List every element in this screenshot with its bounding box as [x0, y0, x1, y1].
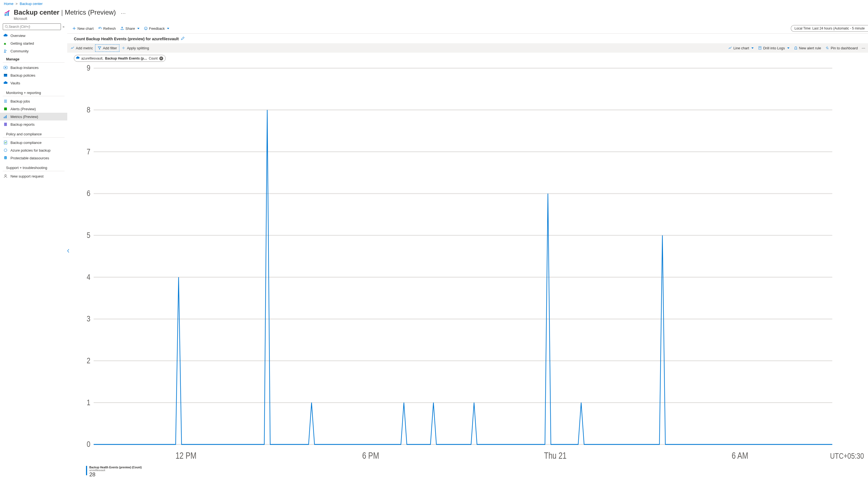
svg-text:8: 8 — [87, 105, 90, 114]
breadcrumb: Home > Backup center — [0, 0, 868, 7]
filter-icon — [98, 46, 101, 50]
svg-rect-19 — [4, 123, 7, 126]
new-chart-button[interactable]: New chart — [70, 25, 96, 32]
sidebar-item-label: Alerts (Preview) — [10, 107, 36, 111]
cloud-icon — [3, 33, 8, 38]
chart-legend: Backup Health Events (preview) (Count) a… — [74, 465, 865, 478]
sidebar-item-label: Overview — [10, 34, 25, 38]
page-title: Backup center | Metrics (Preview) — [14, 8, 116, 16]
metrics-icon — [3, 114, 8, 119]
bell-icon — [794, 46, 798, 50]
svg-text:3: 3 — [87, 314, 90, 323]
new-alert-rule-button[interactable]: New alert rule — [792, 44, 823, 52]
sidebar-item-label: Getting started — [10, 41, 34, 46]
sidebar-item-metrics[interactable]: Metrics (Preview) — [0, 113, 67, 120]
svg-point-4 — [5, 25, 7, 28]
sidebar-item-community[interactable]: Community — [0, 47, 67, 55]
svg-rect-0 — [5, 14, 5, 16]
sidebar-item-protectable[interactable]: Protectable datasources — [0, 154, 67, 162]
svg-point-26 — [145, 27, 148, 30]
sidebar-item-label: Metrics (Preview) — [10, 115, 38, 119]
datasource-icon — [3, 156, 8, 160]
sidebar-item-support-request[interactable]: New support request — [0, 172, 67, 180]
svg-text:0: 0 — [87, 440, 90, 449]
instance-icon — [3, 65, 8, 70]
remove-metric-button[interactable]: ✕ — [159, 57, 163, 60]
collapse-sidebar-button[interactable]: « — [63, 25, 64, 29]
metrics-chart[interactable]: 012345678912 PM6 PMThu 216 AMUTC+05:30 — [74, 64, 865, 465]
svg-text:6: 6 — [87, 188, 90, 198]
page-header: Backup center | Metrics (Preview) Micros… — [0, 7, 868, 24]
time-range-selector[interactable]: Local Time: Last 24 hours (Automatic - 5… — [791, 25, 868, 32]
sidebar-item-azure-policies[interactable]: Azure policies for backup — [0, 146, 67, 154]
svg-text:2: 2 — [87, 356, 90, 365]
policy-icon — [3, 148, 8, 152]
legend-metric-name: Backup Health Events (preview) (Count) — [89, 466, 142, 469]
sidebar-item-backup-instances[interactable]: Backup instances — [0, 64, 67, 71]
header-more-button[interactable]: ⋯ — [121, 8, 126, 16]
search-icon — [5, 25, 8, 29]
sidebar-group-support: Support + troubleshooting — [3, 163, 64, 171]
breadcrumb-home[interactable]: Home — [4, 2, 13, 6]
plus-icon — [72, 27, 76, 30]
chart-toolbar: Add metric Add filter Apply splitting Li… — [67, 43, 868, 53]
sidebar-item-backup-compliance[interactable]: Backup compliance — [0, 139, 67, 146]
sidebar-group-monitoring: Monitoring + reporting — [3, 88, 64, 96]
svg-point-3 — [8, 10, 9, 11]
svg-point-6 — [4, 50, 5, 51]
sidebar-item-vaults[interactable]: Vaults — [0, 79, 67, 87]
apply-splitting-button[interactable]: Apply splitting — [119, 44, 151, 52]
refresh-button[interactable]: Refresh — [96, 25, 118, 32]
pin-icon — [826, 46, 829, 50]
refresh-icon — [98, 27, 102, 30]
chart-more-button[interactable]: ⋯ — [860, 44, 867, 52]
pin-dashboard-button[interactable]: Pin to dashboard — [823, 44, 860, 52]
svg-point-9 — [5, 67, 6, 68]
toolbar-top: New chart Refresh Share Feedback Local T… — [67, 24, 868, 34]
edit-title-button[interactable] — [181, 36, 185, 41]
svg-point-23 — [5, 175, 6, 176]
logs-icon — [758, 46, 762, 50]
svg-line-5 — [7, 27, 8, 28]
add-metric-button[interactable]: Add metric — [68, 44, 95, 52]
share-button[interactable]: Share — [118, 25, 142, 32]
rocket-icon — [3, 41, 8, 46]
add-filter-button[interactable]: Add filter — [95, 44, 119, 52]
sidebar-item-label: Backup reports — [10, 122, 34, 126]
sidebar-item-alerts[interactable]: Alerts (Preview) — [0, 105, 67, 113]
svg-rect-2 — [8, 11, 8, 16]
smiley-icon — [144, 27, 148, 30]
metric-pill-agg: Count — [149, 57, 158, 60]
alert-icon — [3, 107, 8, 111]
metric-pill-resource: azurefilesvault, — [81, 57, 103, 60]
sidebar-item-backup-jobs[interactable]: Backup jobs — [0, 97, 67, 105]
sidebar-item-label: Backup policies — [10, 73, 35, 78]
svg-point-29 — [73, 47, 74, 48]
main-content: New chart Refresh Share Feedback Local T… — [67, 24, 868, 478]
svg-text:1: 1 — [87, 397, 90, 407]
sidebar-item-label: Backup instances — [10, 66, 39, 70]
sidebar-item-label: Azure policies for backup — [10, 148, 51, 152]
svg-text:Thu 21: Thu 21 — [544, 450, 567, 460]
drill-logs-button[interactable]: Drill into Logs — [756, 44, 792, 52]
pencil-icon — [181, 36, 185, 40]
sidebar-item-label: Backup compliance — [10, 141, 42, 145]
sidebar-item-backup-reports[interactable]: Backup reports — [0, 120, 67, 128]
metric-pill[interactable]: azurefilesvault, Backup Health Events (p… — [74, 55, 166, 62]
sidebar-item-backup-policies[interactable]: Backup policies — [0, 71, 67, 79]
vault-icon — [3, 81, 8, 85]
svg-point-7 — [6, 50, 7, 51]
collapse-panel-button[interactable] — [67, 247, 70, 255]
breadcrumb-current[interactable]: Backup center — [20, 2, 43, 6]
sidebar-item-getting-started[interactable]: Getting started — [0, 39, 67, 47]
svg-text:6 PM: 6 PM — [362, 450, 379, 460]
svg-text:9: 9 — [87, 64, 90, 72]
list-icon — [3, 99, 8, 103]
search-box[interactable] — [3, 24, 61, 30]
chart-type-button[interactable]: Line chart — [726, 44, 756, 52]
sidebar-item-overview[interactable]: Overview — [0, 32, 67, 39]
feedback-button[interactable]: Feedback — [142, 25, 172, 32]
people-icon — [3, 49, 8, 53]
svg-rect-18 — [6, 115, 7, 118]
search-input[interactable] — [8, 25, 59, 29]
